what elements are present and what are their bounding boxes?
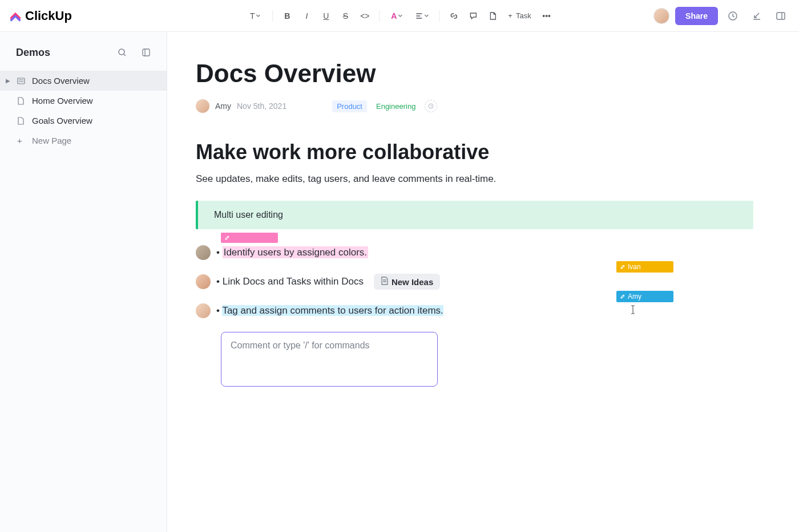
current-user-avatar[interactable]	[653, 8, 669, 24]
text-color-dropdown[interactable]: A	[385, 7, 408, 25]
callout-text: Multi user editing	[214, 210, 283, 220]
top-toolbar: ClickUp T B I U S <> A + Task ••• Share	[0, 0, 799, 32]
doc-icon	[17, 97, 26, 105]
brand-name: ClickUp	[25, 9, 72, 23]
align-dropdown[interactable]	[410, 7, 433, 25]
doc-date: Nov 5th, 2021	[237, 101, 286, 111]
user-cursor-ivan: Ivan	[616, 261, 673, 273]
tag-product[interactable]: Product	[332, 100, 367, 112]
author-name: Amy	[215, 101, 231, 111]
svg-rect-3	[143, 49, 150, 56]
expand-caret-icon[interactable]: ▶	[6, 78, 10, 84]
doc-title[interactable]: Docs Overview	[196, 59, 753, 88]
tag-engineering[interactable]: Engineering	[372, 100, 420, 112]
sidebar-item-docs-overview[interactable]: ▶ Docs Overview	[0, 71, 167, 91]
add-task-button[interactable]: + Task	[503, 9, 535, 22]
doc-button[interactable]	[484, 7, 501, 25]
section-lead[interactable]: See updates, make edits, tag users, and …	[196, 173, 753, 185]
text-style-dropdown[interactable]: T	[244, 7, 267, 25]
document-area[interactable]: Docs Overview Amy Nov 5th, 2021 Product …	[167, 32, 799, 532]
new-page-label: New Page	[32, 136, 71, 145]
link-button[interactable]	[445, 7, 462, 25]
comment-placeholder: Comment or type '/' for commands	[231, 340, 370, 350]
share-button[interactable]: Share	[675, 7, 718, 25]
separator	[272, 10, 273, 22]
collapse-sidebar-icon[interactable]	[137, 43, 155, 62]
sidebar-item-label: Docs Overview	[32, 76, 90, 86]
brand: ClickUp	[9, 9, 72, 23]
comment-button[interactable]	[465, 7, 482, 25]
underline-button[interactable]: U	[317, 7, 334, 25]
collaborator-avatar[interactable]	[196, 274, 211, 289]
bullet-row-2[interactable]: Ivan • Link Docs and Tasks within Docs N…	[196, 274, 753, 290]
italic-button[interactable]: I	[298, 7, 315, 25]
bullet-row-1[interactable]: • Identify users by assigned colors.	[196, 245, 753, 260]
sidebar-item-home-overview[interactable]: Home Overview	[0, 91, 167, 111]
bullet-row-3[interactable]: Amy • Tag and assign comments to users f…	[196, 303, 753, 318]
strikethrough-button[interactable]: S	[337, 7, 354, 25]
search-icon[interactable]	[113, 43, 131, 62]
callout-block[interactable]: Multi user editing	[196, 201, 753, 229]
sidebar-item-label: Home Overview	[32, 96, 93, 105]
sidebar-item-goals-overview[interactable]: Goals Overview	[0, 111, 167, 131]
text-cursor-icon	[629, 304, 636, 318]
sidebar: Demos ▶ Docs Overview Home Overview Goal…	[0, 32, 167, 532]
code-button[interactable]: <>	[356, 7, 373, 25]
plus-icon: +	[17, 136, 26, 145]
more-button[interactable]: •••	[538, 7, 555, 25]
clickup-logo-icon	[9, 10, 22, 22]
linked-doc-chip[interactable]: New Ideas	[374, 274, 440, 290]
comment-input[interactable]: Comment or type '/' for commands	[221, 332, 438, 387]
user-edit-indicator-pink	[221, 233, 278, 243]
panel-toggle-icon[interactable]	[772, 7, 790, 25]
doc-meta: Amy Nov 5th, 2021 Product Engineering	[196, 99, 753, 113]
bullet-text: • Tag and assign comments to users for a…	[216, 305, 443, 316]
svg-rect-4	[18, 78, 25, 84]
svg-point-2	[119, 49, 124, 55]
page-icon	[17, 77, 26, 85]
collaborator-avatar[interactable]	[196, 245, 211, 260]
collaborator-avatar[interactable]	[196, 303, 211, 318]
bold-button[interactable]: B	[279, 7, 296, 25]
doc-icon	[381, 277, 388, 287]
separator	[439, 10, 439, 22]
new-page-button[interactable]: + New Page	[0, 131, 167, 151]
sidebar-title: Demos	[16, 47, 50, 59]
doc-icon	[17, 117, 26, 125]
toolbar-right: Share	[653, 7, 790, 25]
chip-label: New Ideas	[392, 277, 433, 287]
bullet-text: • Identify users by assigned colors.	[216, 247, 368, 258]
author-avatar[interactable]	[196, 99, 209, 113]
svg-rect-1	[777, 13, 785, 19]
sidebar-item-label: Goals Overview	[32, 116, 92, 125]
format-toolbar: T B I U S <> A + Task •••	[244, 7, 555, 25]
user-cursor-amy: Amy	[616, 291, 673, 302]
section-heading[interactable]: Make work more collaborative	[196, 140, 753, 164]
bullet-text: • Link Docs and Tasks within Docs	[216, 276, 364, 287]
download-icon[interactable]	[748, 7, 766, 25]
add-tag-button[interactable]	[425, 100, 437, 112]
separator	[379, 10, 380, 22]
history-icon[interactable]	[724, 7, 742, 25]
